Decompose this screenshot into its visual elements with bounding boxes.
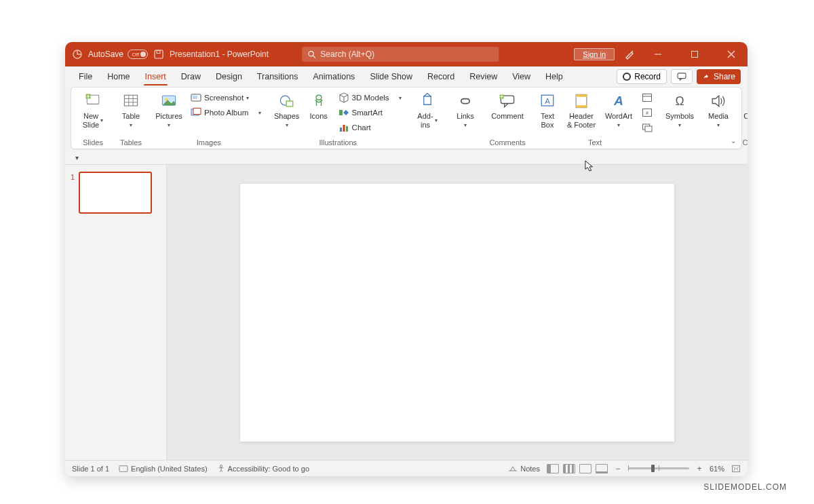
accessibility-button[interactable]: Accessibility: Good to go xyxy=(217,464,309,473)
slide-canvas[interactable] xyxy=(240,184,674,442)
sorter-view-button[interactable] xyxy=(563,464,575,473)
photo-album-button[interactable]: Photo Album ▾ xyxy=(188,105,264,120)
group-illustrations: Shapes▾ Icons 3D Models ▾ SmartArt Chart… xyxy=(268,88,408,149)
tab-animations[interactable]: Animations xyxy=(307,66,362,87)
omega-icon: Ω xyxy=(670,92,689,111)
tab-help[interactable]: Help xyxy=(539,66,570,87)
save-icon[interactable] xyxy=(153,49,164,60)
group-images: Pictures▾ Screenshot▾ Photo Album ▾ Imag… xyxy=(150,88,268,149)
speaker-icon xyxy=(709,92,728,111)
language-button[interactable]: English (United States) xyxy=(119,465,208,473)
photo-album-icon xyxy=(191,107,201,118)
icons-button[interactable]: Icons xyxy=(306,89,332,121)
svg-rect-25 xyxy=(339,110,343,115)
table-icon xyxy=(121,92,140,111)
media-button[interactable]: Media▾ xyxy=(704,89,733,128)
zoom-out-button[interactable]: − xyxy=(615,464,621,473)
accessibility-icon xyxy=(217,464,225,473)
wordart-button[interactable]: A WordArt▾ xyxy=(602,89,635,128)
svg-point-3 xyxy=(309,51,313,56)
text-box-button[interactable]: A Text Box xyxy=(535,89,560,129)
slide-number-button[interactable]: # xyxy=(639,105,655,120)
minimize-button[interactable] xyxy=(644,42,672,66)
smartart-button[interactable]: SmartArt xyxy=(336,105,404,120)
thumbnail-1[interactable]: 1 xyxy=(71,172,161,214)
zoom-in-button[interactable]: + xyxy=(696,464,703,473)
sign-in-button[interactable]: Sign in xyxy=(574,48,615,60)
addins-button[interactable]: Add- ins▾ xyxy=(412,89,442,129)
pictures-button[interactable]: Pictures▾ xyxy=(154,89,184,128)
fit-to-window-button[interactable] xyxy=(731,465,741,473)
tab-review[interactable]: Review xyxy=(463,66,504,87)
tab-record[interactable]: Record xyxy=(421,66,461,87)
object-button[interactable] xyxy=(639,120,655,135)
collapse-ribbon-button[interactable]: ⌄ xyxy=(731,137,736,144)
document-title: Presentation1 - PowerPoint xyxy=(170,50,269,59)
slide-counter[interactable]: Slide 1 of 1 xyxy=(72,465,109,473)
svg-rect-22 xyxy=(193,109,201,115)
tab-draw[interactable]: Draw xyxy=(174,66,208,87)
tab-transitions[interactable]: Transitions xyxy=(250,66,305,87)
links-button[interactable]: Links▾ xyxy=(450,89,480,128)
tab-insert[interactable]: Insert xyxy=(138,66,173,87)
chart-icon xyxy=(338,122,349,133)
slideshow-view-button[interactable] xyxy=(596,464,608,473)
workspace: 1 xyxy=(65,164,748,460)
normal-view-button[interactable] xyxy=(547,464,559,473)
object-icon xyxy=(642,122,653,133)
share-button[interactable]: Share xyxy=(697,69,741,84)
svg-rect-50 xyxy=(732,465,739,471)
3d-models-button[interactable]: 3D Models ▾ xyxy=(336,90,404,105)
close-button[interactable] xyxy=(718,42,745,66)
slide-thumbnails-pane[interactable]: 1 xyxy=(65,165,167,460)
slide-canvas-area[interactable] xyxy=(167,165,748,460)
search-icon xyxy=(307,50,316,59)
svg-text:A: A xyxy=(545,97,550,105)
date-time-button[interactable] xyxy=(639,90,655,105)
group-links: Links▾ xyxy=(446,88,484,149)
svg-text:#: # xyxy=(646,111,648,115)
svg-rect-9 xyxy=(678,73,686,79)
tab-file[interactable]: File xyxy=(72,66,99,87)
svg-rect-20 xyxy=(193,96,197,99)
tab-design[interactable]: Design xyxy=(209,66,249,87)
icons-icon xyxy=(309,92,328,111)
maximize-button[interactable] xyxy=(681,42,708,66)
chart-button[interactable]: Chart xyxy=(336,120,404,135)
zoom-level[interactable]: 61% xyxy=(710,465,724,473)
reading-view-button[interactable] xyxy=(579,464,592,473)
number-icon: # xyxy=(642,107,653,118)
symbols-button[interactable]: Ω Symbols▾ xyxy=(663,89,696,128)
svg-rect-6 xyxy=(692,52,698,58)
header-footer-button[interactable]: Header & Footer xyxy=(564,89,598,129)
record-button[interactable]: Record xyxy=(617,69,667,84)
comment-button[interactable]: Comment xyxy=(488,89,526,121)
notes-button[interactable]: Notes xyxy=(508,465,540,473)
zoom-slider[interactable] xyxy=(628,467,689,469)
svg-rect-37 xyxy=(642,94,651,102)
tab-view[interactable]: View xyxy=(505,66,537,87)
wordart-icon: A xyxy=(609,92,628,111)
ink-icon[interactable] xyxy=(624,49,635,60)
cube-icon xyxy=(338,92,349,103)
screenshot-button[interactable]: Screenshot▾ xyxy=(188,90,264,105)
search-input[interactable]: Search (Alt+Q) xyxy=(302,47,499,62)
qat-dropdown[interactable]: ▾ xyxy=(72,153,82,163)
link-icon xyxy=(456,92,475,111)
tab-home[interactable]: Home xyxy=(100,66,136,87)
svg-text:Ω: Ω xyxy=(675,94,684,108)
thumbnail-preview[interactable] xyxy=(79,172,152,214)
app-icon xyxy=(72,49,83,60)
svg-point-48 xyxy=(220,465,222,467)
new-slide-button[interactable]: New Slide▾ xyxy=(78,89,108,129)
svg-rect-47 xyxy=(119,465,128,471)
comments-pane-button[interactable] xyxy=(671,69,693,84)
shapes-button[interactable]: Shapes▾ xyxy=(272,89,302,128)
tab-slide-show[interactable]: Slide Show xyxy=(363,66,419,87)
autosave-toggle[interactable]: AutoSave Off xyxy=(88,50,148,59)
svg-rect-24 xyxy=(286,101,293,106)
notes-icon xyxy=(508,465,518,472)
status-bar: Slide 1 of 1 English (United States) Acc… xyxy=(65,460,748,476)
table-button[interactable]: Table▾ xyxy=(116,89,146,128)
cameo-button[interactable]: P Cameo▾ xyxy=(741,89,748,128)
